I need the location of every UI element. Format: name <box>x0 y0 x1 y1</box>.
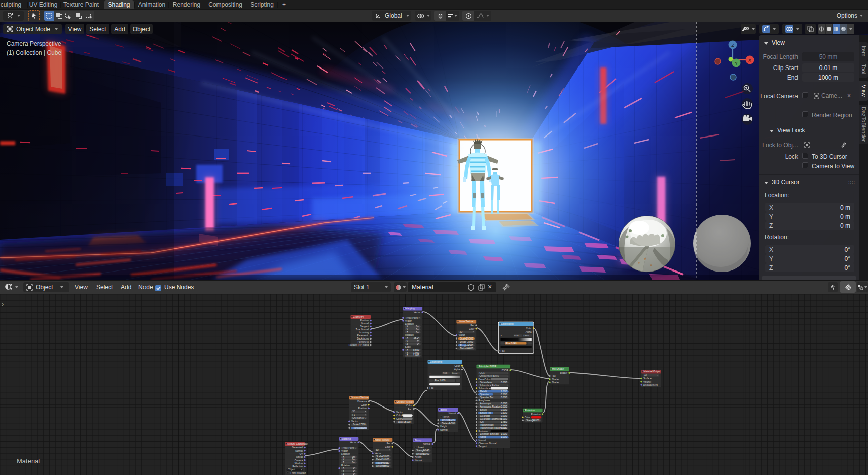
svg-text:Location: Location <box>341 453 350 455</box>
svg-text:Base Color: Base Color <box>479 378 490 381</box>
svg-text:0.000: 0.000 <box>501 415 507 417</box>
svg-text:From Instancer: From Instancer <box>291 472 306 474</box>
svg-text:ColorRamp: ColorRamp <box>430 361 443 363</box>
svg-text:Type: Point: Type: Point <box>342 447 354 449</box>
svg-text:Normal: Normal <box>440 429 448 431</box>
svg-text:Vector: Vector <box>341 450 348 452</box>
svg-text:50.000: 50.000 <box>532 419 539 422</box>
svg-text:F1: F1 <box>352 414 355 416</box>
svg-text:Scale: Scale <box>398 421 404 423</box>
svg-text:RGB: RGB <box>514 334 519 337</box>
svg-text:0.030: 0.030 <box>501 418 507 420</box>
svg-text:Height: Height <box>415 456 422 458</box>
svg-text:Pointiness: Pointiness <box>358 341 369 343</box>
svg-text:Anisotropic: Anisotropic <box>480 402 492 405</box>
svg-text:X: X <box>343 467 344 469</box>
svg-text:(1) Collection | Cube: (1) Collection | Cube <box>7 49 61 56</box>
svg-text:Sheen: Sheen <box>480 409 487 411</box>
svg-text:1.000: 1.000 <box>449 419 455 421</box>
svg-text:Normal: Normal <box>361 322 369 325</box>
svg-text:Z: Z <box>407 354 408 357</box>
svg-text:Fac: Fac <box>408 408 412 411</box>
svg-text:Pos 1.000: Pos 1.000 <box>435 379 446 382</box>
svg-text:Specular: Specular <box>480 393 490 396</box>
svg-text:Subsurface Radius: Subsurface Radius <box>480 384 500 387</box>
svg-text:Y: Y <box>407 328 408 331</box>
svg-text:Scale: Scale <box>353 423 359 426</box>
svg-text:Vector: Vector <box>414 311 420 314</box>
svg-text:Mapping: Mapping <box>405 307 415 310</box>
svg-text:Color: Color <box>455 365 460 367</box>
svg-text:0m: 0m <box>352 456 355 458</box>
svg-text:Distance: Distance <box>357 400 367 403</box>
svg-text:Vector: Vector <box>459 334 465 336</box>
svg-text:Normal: Normal <box>479 439 486 442</box>
svg-text:All: All <box>644 374 647 377</box>
svg-text:▾: ▾ <box>501 334 502 337</box>
svg-text:Roughness: Roughness <box>479 399 491 402</box>
svg-text:1.000: 1.000 <box>501 390 507 393</box>
svg-text:Metallic: Metallic <box>480 390 488 393</box>
svg-text:0°: 0° <box>353 473 355 475</box>
svg-text:1.000: 1.000 <box>359 427 366 429</box>
svg-text:Rotation: Rotation <box>341 464 350 467</box>
svg-text:Normal: Normal <box>415 459 422 462</box>
svg-text:Volume: Volume <box>643 381 652 383</box>
svg-text:Position: Position <box>358 407 367 410</box>
svg-text:Color: Color <box>469 328 474 330</box>
svg-text:0.500: 0.500 <box>501 412 507 414</box>
svg-text:Mapping: Mapping <box>342 438 351 440</box>
svg-text:Normal: Normal <box>423 443 430 445</box>
svg-text:Incoming: Incoming <box>359 331 369 334</box>
svg-text:Z: Z <box>731 43 734 48</box>
svg-text:3D: 3D <box>352 410 356 413</box>
svg-text:-29.500: -29.500 <box>465 337 473 340</box>
svg-text:Displacement: Displacement <box>643 384 658 386</box>
svg-text:8.500: 8.500 <box>413 349 419 351</box>
svg-text:0.000: 0.000 <box>383 465 389 467</box>
svg-text:Emission: Emission <box>479 430 488 433</box>
svg-text:0.000: 0.000 <box>501 402 507 405</box>
svg-text:UV: UV <box>300 453 303 455</box>
svg-text:Location: Location <box>405 323 414 325</box>
svg-text:0.000: 0.000 <box>501 409 507 411</box>
svg-text:Color: Color <box>361 404 367 406</box>
svg-text:Specular Tint: Specular Tint <box>480 396 494 399</box>
svg-text:Transmission: Transmission <box>480 424 494 426</box>
svg-text:Invert: Invert <box>418 446 424 449</box>
svg-text:Vector: Vector <box>396 411 403 414</box>
svg-text:0.500: 0.500 <box>501 393 507 396</box>
svg-text:Camera: Camera <box>295 459 303 462</box>
svg-text:Clearcoat Normal: Clearcoat Normal <box>479 442 497 445</box>
svg-text:1.450: 1.450 <box>501 421 507 423</box>
svg-text:BSDF: BSDF <box>502 369 508 372</box>
svg-text:1.000: 1.000 <box>413 352 419 354</box>
svg-text:16.000: 16.000 <box>382 458 389 461</box>
svg-text:Y: Y <box>735 61 738 66</box>
svg-text:Detail: Detail <box>460 341 466 343</box>
svg-text:Z: Z <box>343 473 344 475</box>
svg-text:Y: Y <box>343 458 344 461</box>
svg-text:Alpha: Alpha <box>480 436 486 438</box>
svg-text:Window: Window <box>295 462 303 465</box>
svg-text:RGB: RGB <box>443 372 447 374</box>
svg-text:Invert: Invert <box>444 416 450 418</box>
svg-text:Y: Y <box>343 470 344 472</box>
svg-text:Scale: Scale <box>376 455 382 458</box>
svg-text:Shader: Shader <box>560 372 567 374</box>
svg-text:Checker Texture: Checker Texture <box>397 401 414 403</box>
svg-text:0.040: 0.040 <box>423 449 429 452</box>
svg-text:0°: 0° <box>417 343 419 345</box>
svg-text:Sheen Tint: Sheen Tint <box>480 412 492 414</box>
svg-text:Vector: Vector <box>405 320 412 322</box>
svg-text:1.000: 1.000 <box>423 453 429 455</box>
svg-text:Normal: Normal <box>449 412 456 415</box>
svg-text:Emission: Emission <box>531 413 541 416</box>
svg-text:Position: Position <box>360 319 369 322</box>
svg-text:0.000: 0.000 <box>501 381 507 384</box>
svg-text:0m: 0m <box>352 461 355 464</box>
svg-text:Height: Height <box>440 425 447 428</box>
svg-text:Object: Object <box>296 456 303 458</box>
svg-text:1.000: 1.000 <box>501 433 507 435</box>
svg-text:Noise Texture: Noise Texture <box>375 439 390 441</box>
